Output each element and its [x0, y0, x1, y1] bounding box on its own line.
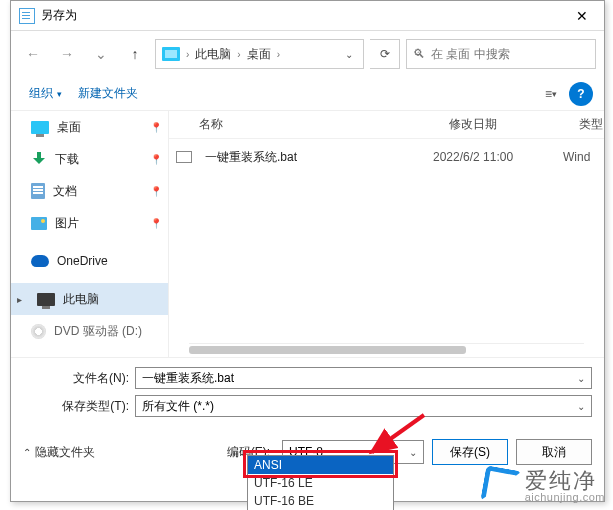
sidebar-item-label: 图片	[55, 215, 79, 232]
sidebar-item-pictures[interactable]: 图片 📍	[11, 207, 168, 239]
filetype-value: 所有文件 (*.*)	[142, 398, 214, 415]
filename-row: 文件名(N): 一键重装系统.bat ⌄	[11, 364, 604, 392]
desktop-icon	[31, 121, 49, 134]
dvd-icon	[31, 324, 46, 339]
encoding-option-ansi[interactable]: ANSI	[248, 456, 393, 474]
view-icon: ≡	[545, 87, 552, 101]
filename-input[interactable]: 一键重装系统.bat ⌄	[135, 367, 592, 389]
hide-folders-link[interactable]: ⌃ 隐藏文件夹	[23, 444, 95, 461]
row-checkbox[interactable]	[169, 151, 199, 163]
location-icon	[162, 47, 180, 61]
hide-folders-label: 隐藏文件夹	[35, 444, 95, 461]
sidebar-item-documents[interactable]: 文档 📍	[11, 175, 168, 207]
sidebar-item-onedrive[interactable]: OneDrive	[11, 245, 168, 277]
address-dropdown-icon[interactable]: ⌄	[341, 49, 357, 60]
onedrive-icon	[31, 255, 49, 267]
crumb-desktop[interactable]: 桌面	[247, 46, 271, 63]
pin-icon: 📍	[150, 122, 162, 133]
bat-file-icon	[176, 151, 192, 163]
file-list: 名称 修改日期 类型 一键重装系统.bat 2022/6/2 11:00 Win…	[169, 111, 604, 357]
chevron-down-icon[interactable]: ⌄	[577, 401, 585, 412]
crumb-sep-icon: ›	[186, 49, 189, 60]
address-bar[interactable]: › 此电脑 › 桌面 › ⌄	[155, 39, 364, 69]
sidebar-item-label: 文档	[53, 183, 77, 200]
recent-dropdown[interactable]: ⌄	[87, 40, 115, 68]
pin-icon: 📍	[150, 186, 162, 197]
help-icon: ?	[569, 82, 593, 106]
pin-icon: 📍	[150, 218, 162, 229]
col-date[interactable]: 修改日期	[449, 116, 579, 133]
thispc-icon	[37, 293, 55, 306]
titlebar: 另存为 ✕	[11, 1, 604, 31]
crumb-thispc[interactable]: 此电脑	[195, 46, 231, 63]
sidebar-item-downloads[interactable]: 下载 📍	[11, 143, 168, 175]
up-button[interactable]: ↑	[121, 40, 149, 68]
filetype-row: 保存类型(T): 所有文件 (*.*) ⌄	[11, 392, 604, 420]
chevron-down-icon: ▾	[57, 89, 62, 99]
sidebar-item-dvd[interactable]: DVD 驱动器 (D:)	[11, 315, 168, 347]
sidebar-item-desktop[interactable]: 桌面 📍	[11, 111, 168, 143]
horizontal-scrollbar[interactable]	[189, 343, 584, 357]
file-row[interactable]: 一键重装系统.bat 2022/6/2 11:00 Wind	[169, 139, 604, 175]
close-button[interactable]: ✕	[560, 1, 604, 31]
command-toolbar: 组织 ▾ 新建文件夹 ≡ ▾ ?	[11, 77, 604, 111]
search-icon: 🔍︎	[413, 47, 425, 61]
new-folder-button[interactable]: 新建文件夹	[70, 81, 146, 106]
nav-toolbar: ← → ⌄ ↑ › 此电脑 › 桌面 › ⌄ ⟳ 🔍︎ 在 桌面 中搜索	[11, 31, 604, 77]
sidebar-item-label: 此电脑	[63, 291, 99, 308]
file-type: Wind	[563, 150, 604, 164]
view-button[interactable]: ≡ ▾	[538, 81, 564, 107]
file-list-header: 名称 修改日期 类型	[169, 111, 604, 139]
col-type[interactable]: 类型	[579, 116, 604, 133]
refresh-button[interactable]: ⟳	[370, 39, 400, 69]
chevron-down-icon[interactable]: ⌄	[577, 373, 585, 384]
documents-icon	[31, 183, 45, 199]
chevron-down-icon: ⌄	[409, 447, 417, 458]
cancel-button[interactable]: 取消	[516, 439, 592, 465]
back-button[interactable]: ←	[19, 40, 47, 68]
col-name[interactable]: 名称	[199, 116, 449, 133]
window-title: 另存为	[41, 7, 560, 24]
forward-button: →	[53, 40, 81, 68]
filename-value: 一键重装系统.bat	[142, 370, 234, 387]
sidebar: 桌面 📍 下载 📍 文档 📍 图片 📍 OneDrive	[11, 111, 169, 357]
chevron-down-icon: ▾	[552, 89, 557, 99]
encoding-option-utf16le[interactable]: UTF-16 LE	[248, 474, 393, 492]
search-placeholder: 在 桌面 中搜索	[431, 46, 510, 63]
crumb-sep-icon: ›	[237, 49, 240, 60]
chevron-down-icon: ⌃	[23, 447, 31, 458]
chevron-right-icon: ▸	[17, 294, 27, 305]
filetype-select[interactable]: 所有文件 (*.*) ⌄	[135, 395, 592, 417]
sidebar-item-label: 下载	[55, 151, 79, 168]
filetype-label: 保存类型(T):	[23, 398, 135, 415]
crumb-sep-icon: ›	[277, 49, 280, 60]
filename-label: 文件名(N):	[23, 370, 135, 387]
organize-menu[interactable]: 组织 ▾	[21, 81, 70, 106]
notepad-icon	[19, 8, 35, 24]
save-as-dialog: 另存为 ✕ ← → ⌄ ↑ › 此电脑 › 桌面 › ⌄ ⟳ 🔍︎ 在 桌面 中…	[10, 0, 605, 502]
file-date: 2022/6/2 11:00	[433, 150, 563, 164]
organize-label: 组织	[29, 85, 53, 102]
pictures-icon	[31, 217, 47, 230]
sidebar-item-label: DVD 驱动器 (D:)	[54, 323, 142, 340]
sidebar-item-label: OneDrive	[57, 254, 108, 268]
file-name: 一键重装系统.bat	[199, 149, 433, 166]
save-button[interactable]: 保存(S)	[432, 439, 508, 465]
encoding-dropdown: ANSI UTF-16 LE UTF-16 BE	[247, 455, 394, 510]
sidebar-item-label: 桌面	[57, 119, 81, 136]
main-area: 桌面 📍 下载 📍 文档 📍 图片 📍 OneDrive	[11, 111, 604, 357]
downloads-icon	[31, 152, 47, 166]
sidebar-item-thispc[interactable]: ▸ 此电脑	[11, 283, 168, 315]
encoding-option-utf16be[interactable]: UTF-16 BE	[248, 492, 393, 510]
search-input[interactable]: 🔍︎ 在 桌面 中搜索	[406, 39, 596, 69]
pin-icon: 📍	[150, 154, 162, 165]
help-button[interactable]: ?	[568, 81, 594, 107]
